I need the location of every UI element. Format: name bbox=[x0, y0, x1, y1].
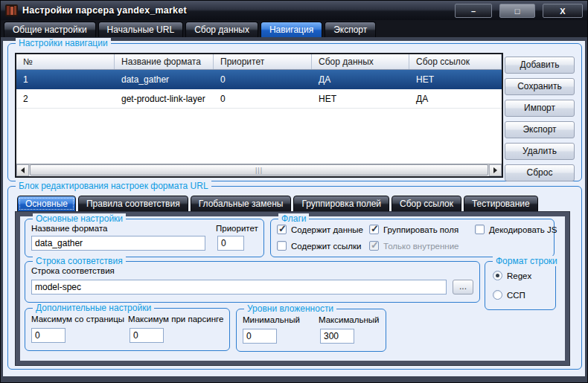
cell-data-collection: НЕТ bbox=[312, 89, 409, 108]
tab-page-basic: Основные настройки Название формата Прио… bbox=[16, 212, 569, 365]
checkbox-contains-data[interactable]: Содержит данные bbox=[277, 225, 363, 234]
tab-navigation[interactable]: Навигация bbox=[261, 22, 322, 37]
max-per-page-input[interactable] bbox=[31, 328, 65, 343]
tab-global-replacements[interactable]: Глобальные замены bbox=[191, 196, 292, 212]
tab-page-navigation: Настройки навигации № Название формата П… bbox=[3, 37, 585, 376]
max-level-input[interactable] bbox=[320, 329, 354, 344]
cell-data-collection: ДА bbox=[312, 70, 409, 88]
match-string-label: Строка соответствия bbox=[31, 266, 115, 275]
table-row[interactable]: 1 data_gather 0 ДА НЕТ bbox=[16, 70, 502, 89]
cell-priority: 0 bbox=[214, 89, 312, 108]
reset-button[interactable]: Сброс bbox=[505, 164, 575, 181]
nesting-levels-group: Уровни вложенности Минимальный Максималь… bbox=[236, 309, 386, 352]
minimize-button[interactable]: – bbox=[455, 4, 492, 18]
import-button[interactable]: Импорт bbox=[505, 100, 575, 117]
additional-settings-group: Дополнительные настройки Максимум со стр… bbox=[25, 308, 230, 351]
tab-data-collection[interactable]: Сбор данных bbox=[185, 22, 258, 37]
flags-group-label: Флаги bbox=[278, 213, 309, 224]
arrow-left-icon bbox=[21, 167, 25, 173]
cell-format-name: get-product-link-layer bbox=[115, 89, 214, 108]
scroll-right-button[interactable] bbox=[489, 164, 502, 176]
table-header-row: № Название формата Приоритет Сбор данных… bbox=[16, 54, 502, 70]
browse-button[interactable]: ... bbox=[453, 280, 473, 295]
basic-settings-group: Основные настройки Название формата Прио… bbox=[25, 219, 264, 257]
additional-settings-group-label: Дополнительные настройки bbox=[33, 303, 154, 313]
window-title: Настройки парсера yandex_market bbox=[22, 5, 187, 16]
nesting-levels-group-label: Уровни вложенности bbox=[244, 303, 336, 314]
tab-export[interactable]: Экспорт bbox=[325, 22, 376, 37]
checkbox-icon bbox=[277, 241, 287, 251]
max-per-parse-label: Максимум при парсинге bbox=[128, 315, 223, 324]
horizontal-scrollbar[interactable]: ||| bbox=[16, 164, 502, 176]
format-name-input[interactable] bbox=[31, 236, 205, 251]
cell-link-collection: ДА bbox=[409, 89, 502, 108]
delete-button[interactable]: Удалить bbox=[505, 143, 575, 160]
tab-start-urls[interactable]: Начальные URL bbox=[98, 22, 184, 37]
checkbox-icon bbox=[369, 225, 379, 234]
checkbox-group-fields[interactable]: Группировать поля bbox=[369, 225, 458, 234]
app-icon bbox=[5, 4, 18, 16]
add-button[interactable]: Добавить bbox=[505, 57, 575, 74]
max-per-page-label: Максимум со страницы bbox=[31, 315, 124, 324]
navigation-settings-group: Настройки навигации № Название формата П… bbox=[7, 43, 582, 181]
scroll-left-button[interactable] bbox=[16, 164, 29, 176]
column-header-priority[interactable]: Приоритет bbox=[214, 54, 312, 69]
main-tabstrip: Общие настройки Начальные URL Сбор данны… bbox=[1, 20, 587, 37]
tab-basic[interactable]: Основные bbox=[17, 196, 76, 212]
checkbox-decode-js[interactable]: Декодировать JS bbox=[475, 225, 557, 234]
priority-label: Приоритет bbox=[216, 224, 258, 233]
min-level-input[interactable] bbox=[243, 329, 277, 344]
column-header-link-collection[interactable]: Сбор ссылок bbox=[409, 54, 502, 69]
tab-general-settings[interactable]: Общие настройки bbox=[4, 22, 96, 37]
title-bar: Настройки парсера yandex_market – □ X bbox=[1, 1, 587, 20]
checkbox-icon bbox=[369, 241, 379, 251]
tab-match-rules[interactable]: Правила соответствия bbox=[78, 196, 188, 212]
checkbox-icon bbox=[475, 225, 485, 234]
radio-regex[interactable]: Regex bbox=[493, 271, 531, 280]
max-level-label: Максимальный bbox=[319, 315, 379, 324]
basic-settings-group-label: Основные настройки bbox=[33, 213, 126, 224]
match-string-group: Строка соответствия Строка соответствия … bbox=[25, 261, 480, 303]
column-header-data-collection[interactable]: Сбор данных bbox=[312, 54, 409, 69]
cell-number: 1 bbox=[16, 70, 115, 88]
match-string-group-label: Строка соответствия bbox=[33, 256, 126, 266]
format-name-label: Название формата bbox=[31, 224, 107, 233]
tab-link-collection[interactable]: Сбор ссылок bbox=[392, 196, 461, 212]
scrollbar-track[interactable]: ||| bbox=[29, 164, 489, 176]
max-per-parse-input[interactable] bbox=[130, 328, 164, 343]
cell-format-name: data_gather bbox=[115, 70, 214, 88]
radio-icon bbox=[493, 290, 502, 300]
export-button[interactable]: Экспорт bbox=[505, 121, 575, 138]
table-row[interactable]: 2 get-product-link-layer 0 НЕТ ДА bbox=[16, 89, 502, 109]
editor-tabstrip: Основные Правила соответствия Глобальные… bbox=[17, 196, 538, 212]
formats-table[interactable]: № Название формата Приоритет Сбор данных… bbox=[15, 53, 503, 178]
checkbox-icon bbox=[277, 225, 287, 234]
priority-input[interactable] bbox=[217, 236, 244, 251]
column-header-number[interactable]: № bbox=[16, 54, 115, 69]
scrollbar-thumb[interactable]: ||| bbox=[30, 164, 488, 176]
url-format-editor-group-label: Блок редактирования настроек формата URL bbox=[16, 181, 211, 191]
string-format-group: Формат строки Regex ССП bbox=[485, 261, 556, 310]
close-button[interactable]: X bbox=[543, 4, 583, 18]
tab-testing[interactable]: Тестирование bbox=[464, 196, 538, 212]
cell-number: 2 bbox=[16, 89, 115, 108]
tab-field-grouping[interactable]: Группировка полей bbox=[293, 196, 389, 212]
arrow-right-icon bbox=[493, 167, 497, 173]
cell-priority: 0 bbox=[214, 70, 312, 88]
maximize-button[interactable]: □ bbox=[499, 4, 535, 18]
cell-link-collection: НЕТ bbox=[409, 70, 502, 88]
min-level-label: Минимальный bbox=[243, 315, 300, 324]
url-format-editor-group: Блок редактирования настроек формата URL… bbox=[7, 186, 582, 370]
navigation-settings-group-label: Настройки навигации bbox=[16, 38, 111, 48]
checkbox-internal-only: Только внутренние bbox=[369, 241, 459, 251]
flags-group: Флаги Содержит данные Группировать поля … bbox=[270, 219, 555, 257]
app-window: Настройки парсера yandex_market – □ X Об… bbox=[0, 0, 588, 383]
save-button[interactable]: Сохранить bbox=[505, 78, 575, 95]
radio-icon bbox=[493, 271, 502, 280]
string-format-group-label: Формат строки bbox=[493, 256, 560, 266]
checkbox-contains-links[interactable]: Содержит ссылки bbox=[277, 241, 361, 251]
radio-ssp[interactable]: ССП bbox=[493, 290, 525, 300]
match-string-input[interactable] bbox=[31, 280, 447, 295]
column-header-format-name[interactable]: Название формата bbox=[115, 54, 214, 69]
window-controls: – □ X bbox=[455, 4, 583, 18]
